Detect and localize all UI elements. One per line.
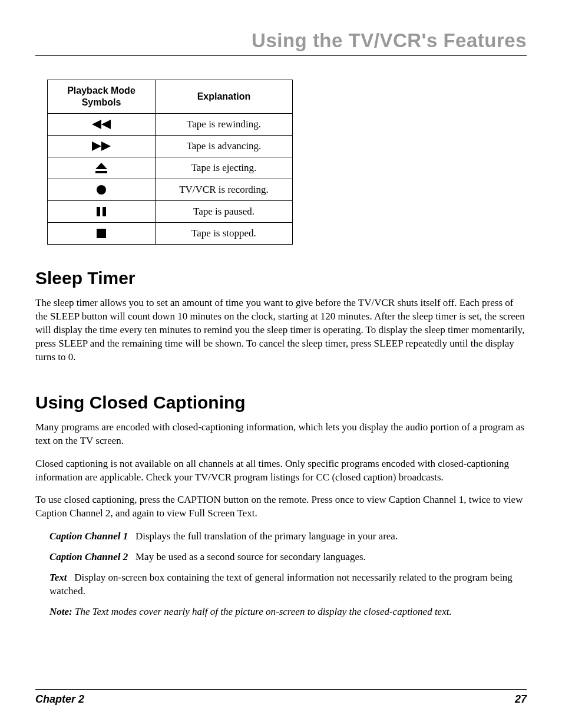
table-row: Tape is stopped. bbox=[48, 223, 293, 245]
definition-item: Caption Channel 2 May be used as a secon… bbox=[49, 551, 527, 564]
note-label: Note: bbox=[49, 606, 72, 617]
svg-rect-5 bbox=[95, 171, 107, 173]
svg-rect-8 bbox=[103, 207, 106, 216]
definition-text: Display on-screen box containing the tex… bbox=[49, 572, 513, 597]
page-footer: Chapter 2 27 bbox=[35, 689, 527, 706]
explanation-cell: Tape is stopped. bbox=[156, 223, 293, 245]
explanation-cell: TV/VCR is recording. bbox=[156, 179, 293, 201]
body-paragraph: The sleep timer allows you to set an amo… bbox=[35, 297, 527, 364]
note-text: The Text modes cover nearly half of the … bbox=[75, 606, 452, 617]
eject-icon bbox=[48, 157, 156, 179]
section-heading-closed-captioning: Using Closed Captioning bbox=[35, 393, 527, 413]
footer-chapter: Chapter 2 bbox=[35, 693, 84, 706]
definition-label: Text bbox=[49, 572, 67, 583]
body-paragraph: To use closed captioning, press the CAPT… bbox=[35, 493, 527, 521]
table-row: TV/VCR is recording. bbox=[48, 179, 293, 201]
definition-text: Displays the full translation of the pri… bbox=[135, 531, 398, 542]
table-row: Tape is rewinding. bbox=[48, 114, 293, 136]
stop-icon bbox=[48, 223, 156, 245]
svg-marker-1 bbox=[101, 120, 111, 129]
svg-rect-7 bbox=[97, 207, 100, 216]
rewind-icon bbox=[48, 114, 156, 136]
svg-rect-9 bbox=[97, 229, 106, 238]
svg-marker-3 bbox=[101, 141, 111, 151]
definition-label: Caption Channel 2 bbox=[49, 551, 128, 562]
footer-page-number: 27 bbox=[515, 693, 527, 706]
explanation-cell: Tape is rewinding. bbox=[156, 114, 293, 136]
table-header-symbols: Playback Mode Symbols bbox=[48, 80, 156, 114]
definition-item: Caption Channel 1 Displays the full tran… bbox=[49, 530, 527, 543]
definition-label: Caption Channel 1 bbox=[49, 531, 128, 542]
svg-marker-0 bbox=[92, 120, 101, 129]
fast-forward-icon bbox=[48, 136, 156, 157]
explanation-cell: Tape is ejecting. bbox=[156, 157, 293, 179]
definition-item: Text Display on-screen box containing th… bbox=[49, 571, 527, 598]
svg-marker-2 bbox=[92, 141, 101, 151]
definition-list: Caption Channel 1 Displays the full tran… bbox=[49, 530, 527, 619]
explanation-cell: Tape is paused. bbox=[156, 201, 293, 223]
body-paragraph: Many programs are encoded with closed-ca… bbox=[35, 421, 527, 448]
record-icon bbox=[48, 179, 156, 201]
body-paragraph: Closed captioning is not available on al… bbox=[35, 457, 527, 485]
page-header: Using the TV/VCR's Features bbox=[35, 29, 527, 56]
pause-icon bbox=[48, 201, 156, 223]
table-header-explanation: Explanation bbox=[156, 80, 293, 114]
definition-text: May be used as a second source for secon… bbox=[135, 551, 366, 562]
table-row: Tape is paused. bbox=[48, 201, 293, 223]
explanation-cell: Tape is advancing. bbox=[156, 136, 293, 157]
table-row: Tape is advancing. bbox=[48, 136, 293, 157]
section-heading-sleep-timer: Sleep Timer bbox=[35, 268, 527, 288]
svg-marker-4 bbox=[95, 163, 107, 169]
note-item: Note: The Text modes cover nearly half o… bbox=[49, 605, 527, 619]
table-row: Tape is ejecting. bbox=[48, 157, 293, 179]
svg-point-6 bbox=[97, 185, 106, 195]
playback-table: Playback Mode Symbols Explanation Tape i… bbox=[47, 80, 293, 245]
